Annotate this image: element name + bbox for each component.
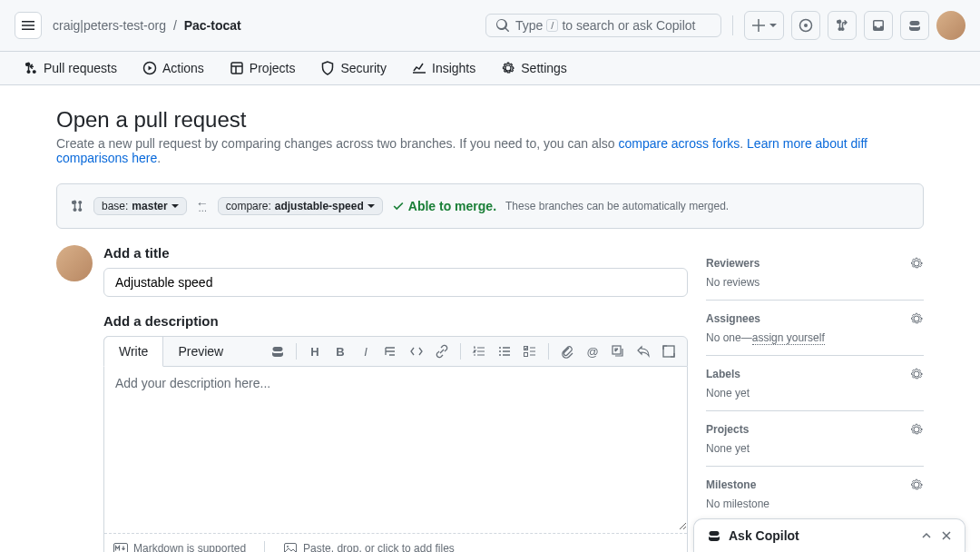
- code-icon[interactable]: [406, 340, 427, 362]
- caret-down-icon: [368, 202, 375, 210]
- mention-icon[interactable]: @: [582, 340, 603, 362]
- user-avatar[interactable]: [936, 11, 965, 40]
- play-icon: [142, 61, 157, 75]
- tab-settings[interactable]: Settings: [492, 52, 576, 84]
- caret-down-icon: [172, 202, 179, 210]
- sidebar-projects: Projects None yet: [706, 411, 924, 467]
- sidebar-labels: Labels None yet: [706, 356, 924, 411]
- link-icon[interactable]: [431, 340, 453, 362]
- base-branch-select[interactable]: base: master: [93, 197, 187, 215]
- svg-rect-3: [231, 63, 242, 74]
- reply-icon[interactable]: [632, 340, 654, 362]
- pull-request-icon: [24, 61, 38, 75]
- plus-icon: [751, 18, 766, 33]
- description-editor: Markdown is supported Paste, drop, or cl…: [103, 367, 688, 552]
- main-container: Open a pull request Create a new pull re…: [27, 85, 953, 552]
- tab-insights[interactable]: Insights: [403, 52, 485, 84]
- attach-hint[interactable]: Paste, drop, or click to add files: [283, 541, 455, 552]
- sidebar-milestone: Milestone No milestone: [706, 467, 924, 522]
- gear-icon: [501, 61, 515, 75]
- merge-status: Able to merge.: [392, 199, 496, 213]
- svg-point-13: [287, 546, 289, 547]
- editor-toolbar: H B I @: [238, 340, 687, 362]
- sidebar: Reviewers No reviews Assignees No one—as…: [706, 245, 924, 552]
- hamburger-button[interactable]: [15, 12, 42, 39]
- gear-icon[interactable]: [909, 422, 924, 437]
- description-textarea[interactable]: [104, 367, 687, 530]
- svg-point-6: [499, 354, 501, 356]
- tab-preview[interactable]: Preview: [163, 337, 238, 366]
- sidebar-assignees: Assignees No one—assign yourself: [706, 301, 924, 356]
- desc-label: Add a description: [103, 313, 688, 329]
- title-label: Add a title: [103, 245, 688, 261]
- tab-pull-requests[interactable]: Pull requests: [15, 52, 126, 84]
- task-list-icon[interactable]: [519, 340, 541, 362]
- editor-footer: Markdown is supported Paste, drop, or cl…: [104, 533, 687, 552]
- svg-point-1: [804, 24, 808, 27]
- markdown-icon: [113, 541, 128, 552]
- heading-icon[interactable]: H: [304, 340, 326, 362]
- search-shortcut-key: /: [546, 19, 558, 32]
- repo-nav: Pull requests Actions Projects Security …: [0, 52, 980, 85]
- header-right: Type / to search or ask Copilot: [485, 11, 965, 40]
- reference-icon[interactable]: [607, 340, 629, 362]
- tab-actions[interactable]: Actions: [133, 52, 213, 84]
- chevron-up-icon[interactable]: [921, 530, 932, 541]
- copilot-toolbar-icon[interactable]: [267, 340, 289, 362]
- copilot-label: Ask Copilot: [729, 528, 799, 543]
- svg-point-5: [499, 350, 501, 352]
- editor-tabs: Write Preview H B I: [103, 336, 688, 367]
- assign-yourself-link[interactable]: assign yourself: [752, 331, 825, 345]
- tab-projects[interactable]: Projects: [220, 52, 305, 84]
- page-subtext: Create a new pull request by comparing c…: [56, 136, 924, 165]
- breadcrumb-owner[interactable]: craig|peters-test-org: [53, 18, 166, 33]
- fullscreen-icon[interactable]: [658, 340, 680, 362]
- tab-write[interactable]: Write: [103, 336, 163, 367]
- quote-icon[interactable]: [380, 340, 402, 362]
- inbox-button[interactable]: [864, 11, 893, 40]
- page-title: Open a pull request: [56, 107, 924, 133]
- search-icon: [495, 18, 510, 33]
- copilot-icon: [707, 528, 721, 543]
- compare-bar: base: master ←… compare: adjustable-spee…: [56, 183, 924, 229]
- search-input[interactable]: Type / to search or ask Copilot: [485, 14, 721, 37]
- gear-icon[interactable]: [909, 311, 924, 326]
- sidebar-reviewers: Reviewers No reviews: [706, 245, 924, 301]
- pull-request-icon: [835, 18, 849, 33]
- inbox-icon: [871, 18, 886, 33]
- svg-rect-8: [524, 353, 528, 357]
- markdown-hint[interactable]: Markdown is supported: [113, 541, 246, 552]
- table-icon: [230, 61, 244, 75]
- compare-branch-select[interactable]: compare: adjustable-speed: [218, 197, 383, 215]
- shield-icon: [320, 61, 335, 75]
- tab-security[interactable]: Security: [311, 52, 396, 84]
- issues-button[interactable]: [791, 11, 820, 40]
- italic-icon[interactable]: I: [355, 340, 377, 362]
- breadcrumb-repo[interactable]: Pac-tocat: [184, 18, 241, 33]
- title-input[interactable]: [103, 268, 688, 297]
- arrow-left-icon: ←…: [196, 202, 209, 211]
- pull-requests-button[interactable]: [828, 11, 857, 40]
- record-icon: [799, 18, 813, 33]
- merge-desc: These branches can be automatically merg…: [505, 200, 729, 212]
- add-menu-button[interactable]: [744, 11, 784, 40]
- unordered-list-icon[interactable]: [494, 340, 515, 362]
- check-icon: [392, 200, 405, 212]
- header-left: craig|peters-test-org / Pac-tocat: [15, 12, 241, 39]
- ordered-list-icon[interactable]: [468, 340, 490, 362]
- gear-icon[interactable]: [909, 478, 924, 492]
- graph-icon: [412, 61, 426, 75]
- attach-icon[interactable]: [556, 340, 578, 362]
- image-icon: [283, 541, 298, 552]
- copilot-panel[interactable]: Ask Copilot: [693, 518, 965, 552]
- compare-forks-link[interactable]: compare across forks: [618, 136, 740, 151]
- gear-icon[interactable]: [909, 256, 924, 271]
- gear-icon[interactable]: [909, 367, 924, 381]
- copilot-header-button[interactable]: [900, 11, 929, 40]
- bold-icon[interactable]: B: [329, 340, 351, 362]
- author-avatar: [56, 245, 93, 281]
- menu-icon: [21, 18, 35, 33]
- breadcrumb: craig|peters-test-org / Pac-tocat: [53, 18, 241, 33]
- copilot-icon: [907, 18, 922, 33]
- close-icon[interactable]: [941, 530, 952, 541]
